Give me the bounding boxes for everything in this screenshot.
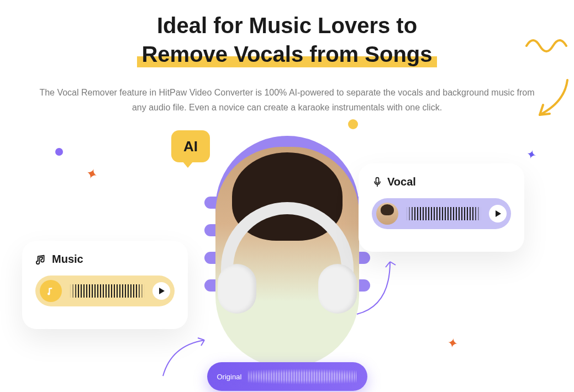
sparkle-icon: ✦	[446, 335, 460, 352]
original-label: Original	[217, 373, 242, 381]
vocal-card: Vocal	[359, 163, 524, 252]
music-title-text: Music	[52, 253, 83, 266]
vocal-track-pill	[372, 198, 511, 229]
page-heading: Ideal for Music Lovers to Remove Vocals …	[0, 0, 574, 68]
arrow-curve-icon	[349, 251, 398, 317]
heading-line-2-text: Remove Vocals from Songs	[141, 42, 432, 66]
page-description: The Vocal Remover feature in HitPaw Vide…	[33, 85, 541, 115]
ai-badge: AI	[171, 130, 210, 162]
headphones-icon	[221, 202, 354, 279]
wavy-line-icon	[525, 32, 570, 54]
heading-line-2: Remove Vocals from Songs	[141, 40, 432, 68]
music-card: Music	[22, 241, 188, 329]
vocal-avatar-icon	[376, 203, 398, 225]
person-photo	[215, 147, 359, 368]
ai-badge-text: AI	[183, 138, 198, 155]
arrow-doodle-icon	[534, 77, 573, 121]
music-note-icon	[35, 253, 48, 266]
play-button[interactable]	[489, 205, 507, 223]
music-track-pill	[35, 276, 175, 306]
waveform-icon	[70, 284, 145, 298]
waveform-icon	[248, 369, 357, 384]
play-button[interactable]	[152, 282, 170, 300]
music-avatar-icon	[40, 280, 62, 302]
dot-icon	[348, 119, 358, 129]
original-audio-pill: Original	[207, 362, 367, 391]
vocal-card-title: Vocal	[372, 176, 511, 188]
music-card-title: Music	[35, 253, 175, 266]
arrow-curve-icon	[155, 335, 210, 384]
heading-line-1: Ideal for Music Lovers to	[0, 11, 574, 40]
vocal-title-text: Vocal	[387, 176, 416, 188]
waveform-icon	[406, 207, 481, 220]
dot-icon	[55, 148, 63, 156]
svg-rect-9	[376, 178, 379, 183]
hero-illustration: AI Original Music Vocal	[0, 130, 574, 392]
microphone-icon	[372, 176, 383, 188]
